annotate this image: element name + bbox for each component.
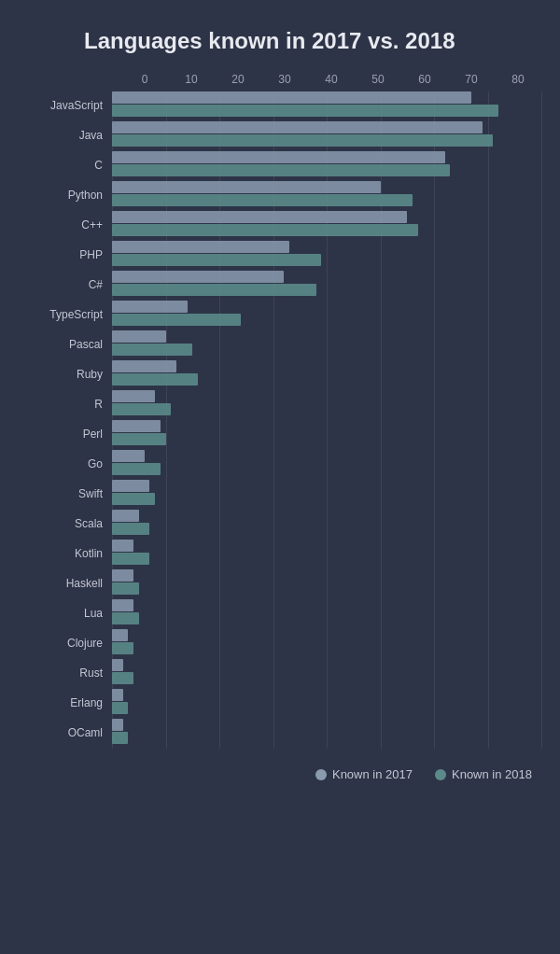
bar-2018 [112,194,413,206]
language-label: Lua [9,607,112,620]
chart-body: JavaScriptJavaCPythonC++PHPC#TypeScriptP… [9,91,541,749]
bar-2018 [112,134,493,147]
bar-group [112,151,541,179]
bar-group [112,330,541,358]
y-label-group: OCaml [9,719,112,747]
language-label: Python [9,189,112,202]
bar-2017 [112,181,381,193]
y-label-group: Go [9,450,112,478]
language-label: Perl [9,428,112,441]
legend-label-2018: Known in 2018 [452,767,532,781]
y-label-group: TypeScript [9,301,112,329]
bar-2017 [112,599,133,611]
bar-group [112,599,541,627]
language-label: Ruby [9,368,112,381]
bar-2018 [112,344,192,356]
x-axis-label: 70 [448,73,495,86]
legend-dot-2017 [315,769,327,780]
bar-2017 [112,390,155,402]
bar-group [112,540,541,568]
x-axis-label: 40 [308,73,355,86]
legend: Known in 2017 Known in 2018 [9,767,541,781]
bar-2018 [112,284,316,296]
y-label-group: Perl [9,420,112,448]
language-label: Pascal [9,338,112,351]
bar-group [112,420,541,448]
language-label: OCaml [9,726,112,739]
bar-2017 [112,510,139,522]
bar-2018 [112,612,139,624]
legend-label-2017: Known in 2017 [332,767,413,781]
x-axis-label: 80 [495,73,541,86]
bar-group [112,211,541,239]
bar-2017 [112,719,123,731]
bar-2018 [112,672,133,684]
bar-2018 [112,433,166,445]
y-label-group: JavaScript [9,91,112,119]
bar-group [112,719,541,747]
language-label: Clojure [9,637,112,650]
bar-group [112,629,541,657]
language-label: Java [9,129,112,142]
bar-group [112,689,541,717]
bar-2018 [112,702,128,714]
y-label-group: Java [9,121,112,149]
bar-2018 [112,582,139,595]
legend-item-2017: Known in 2017 [315,767,413,781]
language-label: Rust [9,666,112,680]
language-label: TypeScript [9,308,112,321]
bar-group [112,121,541,149]
y-label-group: Haskell [9,569,112,597]
bar-group [112,480,541,508]
bar-group [112,510,541,538]
bar-group [112,450,541,478]
bar-2018 [112,403,171,415]
bar-group [112,241,541,269]
bar-2018 [112,732,128,744]
bar-group [112,91,541,119]
bars-area [112,91,541,749]
language-label: Swift [9,487,112,500]
bar-group [112,301,541,329]
x-axis-label: 0 [121,73,168,86]
language-label: R [9,398,112,411]
language-label: PHP [9,248,112,261]
bar-group [112,390,541,418]
language-label: Go [9,457,112,470]
bar-2017 [112,271,284,283]
x-axis-label: 10 [168,73,215,86]
x-axis-label: 30 [261,73,308,86]
bar-2017 [112,450,145,462]
grid-line [541,91,542,749]
bar-2018 [112,493,155,505]
language-label: Kotlin [9,547,112,560]
bar-2018 [112,523,149,535]
bar-2017 [112,540,133,552]
bar-2017 [112,151,445,163]
language-label: Erlang [9,696,112,709]
legend-dot-2018 [435,769,446,780]
y-label-group: Kotlin [9,540,112,568]
language-label: Scala [9,517,112,530]
bar-2018 [112,314,241,326]
chart-container: Languages known in 2017 vs. 2018 0102030… [0,0,560,809]
bar-2018 [112,224,418,236]
bar-2017 [112,480,149,492]
y-label-group: Python [9,181,112,209]
y-label-group: Rust [9,659,112,687]
bar-2017 [112,420,161,432]
bar-2017 [112,121,483,133]
y-label-group: Lua [9,599,112,627]
language-label: Haskell [9,577,112,590]
bar-2018 [112,463,161,475]
bar-2017 [112,689,123,701]
language-label: JavaScript [9,99,112,112]
bar-2017 [112,241,289,253]
bar-2018 [112,105,498,117]
language-label: C [9,159,112,172]
bar-2018 [112,373,198,386]
x-axis-label: 50 [355,73,401,86]
y-label-group: Ruby [9,360,112,388]
bar-group [112,181,541,209]
bar-group [112,569,541,597]
